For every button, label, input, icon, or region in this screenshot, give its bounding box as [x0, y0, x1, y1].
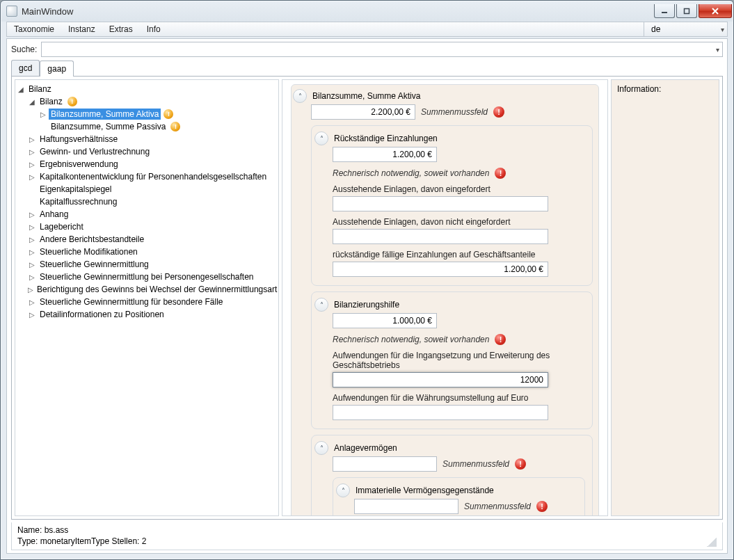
collapse-icon[interactable]: ▷ [28, 260, 36, 269]
error-icon: ! [536, 501, 548, 512]
language-value: de [651, 24, 660, 34]
search-combo[interactable]: ▾ [41, 42, 723, 57]
waehrungsumstellung-input[interactable] [333, 405, 548, 420]
window-title: MainWindow [22, 6, 653, 17]
titlebar: MainWindow [1, 1, 733, 22]
group-bilanzierungshilfe: ˄ Bilanzierungshilfe Rechnerisch notwend… [311, 291, 593, 429]
statusbar: Name: bs.ass Type: monetaryItemType Stel… [11, 522, 723, 550]
warning-badge-icon: ! [163, 109, 173, 119]
tree-item[interactable]: ▷Kapitalkontenentwicklung für Personenha… [28, 170, 277, 183]
immaterielle-value-input[interactable] [354, 499, 458, 514]
faellige-einzahlungen-input[interactable] [333, 262, 548, 277]
collapse-icon[interactable]: ▷ [28, 235, 36, 243]
tree-item[interactable]: ▷Steuerliche Gewinnermittlung [28, 258, 277, 271]
menu-taxonomie[interactable]: Taxonomie [7, 22, 61, 36]
menu-extras[interactable]: Extras [102, 22, 140, 36]
collapse-icon[interactable]: ▷ [28, 248, 36, 256]
tabstrip: gcd gaap [7, 60, 727, 76]
collapse-icon[interactable]: ▷ [28, 223, 36, 231]
collapse-toggle[interactable]: ˄ [336, 483, 350, 497]
error-icon: ! [493, 106, 504, 118]
tab-gaap[interactable]: gaap [40, 61, 74, 77]
group-title: Bilanzierungshilfe [334, 300, 399, 310]
collapse-icon[interactable]: ▷ [28, 310, 36, 319]
group-aktiva: ˄ Bilanzsumme, Summe Aktiva Summenmussfe… [291, 84, 599, 515]
chevron-down-icon: ▾ [716, 46, 719, 54]
expand-icon[interactable]: ◢ [17, 85, 25, 93]
tree-item[interactable]: ▷Anhang [28, 208, 277, 221]
aktiva-value-input[interactable] [311, 104, 415, 120]
tree-item-passiva[interactable]: ▷ Bilanzsumme, Summe Passiva ! [39, 120, 277, 133]
tree-item[interactable]: ▷Steuerliche Modifikationen [28, 246, 277, 258]
language-select[interactable]: de ▾ [644, 22, 727, 36]
maximize-button[interactable] [676, 4, 697, 18]
tree-item[interactable]: ▷Steuerliche Gewinnermittlung für besond… [28, 296, 277, 308]
bilhilfe-value-input[interactable] [333, 313, 437, 328]
menubar: Taxonomie Instanz Extras Info de ▾ [6, 22, 728, 37]
collapse-toggle[interactable]: ˄ [314, 298, 328, 312]
field-label: Ausstehende Einlagen, davon nicht eingef… [333, 217, 585, 227]
status-type: Type: monetaryItemType Stellen: 2 [17, 536, 146, 546]
tree-item[interactable]: ▷Steuerliche Gewinnermittlung bei Person… [28, 271, 277, 283]
menu-instanz[interactable]: Instanz [61, 22, 102, 36]
form-pane: ˄ Bilanzsumme, Summe Aktiva Summenmussfe… [282, 79, 608, 516]
tree-item[interactable]: ▷Andere Berichtsbestandteile [28, 233, 277, 246]
tree-item-bilanz[interactable]: ◢ Bilanz ! [28, 95, 277, 108]
collapse-icon[interactable]: ▷ [28, 285, 33, 294]
menu-info[interactable]: Info [140, 22, 168, 36]
content-area: Suche: ▾ gcd gaap ◢ Bilanz [6, 38, 728, 554]
collapse-icon[interactable]: ▷ [28, 173, 36, 181]
tree-item[interactable]: ▷Gewinn- und Verlustrechnung [28, 145, 277, 158]
collapse-toggle[interactable]: ˄ [314, 441, 328, 455]
minimize-button[interactable] [654, 4, 675, 18]
rueck-value-input[interactable] [333, 147, 437, 162]
collapse-icon[interactable]: ▷ [28, 298, 36, 306]
status-name: Name: bs.ass [17, 525, 146, 535]
collapse-icon[interactable]: ▷ [28, 210, 36, 218]
ausstehende-nicht-eingefordert-input[interactable] [333, 229, 548, 244]
field-note: Rechnerisch notwendig, soweit vorhanden [333, 335, 489, 344]
expand-icon[interactable]: ◢ [28, 97, 36, 106]
tree-item[interactable]: ▷Detailinformationen zu Positionen [28, 308, 277, 321]
resize-grip-icon[interactable] [707, 537, 717, 547]
group-title: Immaterielle Vermögensgegenstände [356, 486, 494, 495]
field-label: rückständige fällige Einzahlungen auf Ge… [333, 250, 585, 259]
field-note: Rechnerisch notwendig, soweit vorhanden [333, 168, 489, 178]
collapse-icon[interactable]: ▷ [28, 147, 36, 156]
field-note: Summenmussfeld [421, 107, 488, 117]
error-icon: ! [495, 168, 506, 179]
tree-item[interactable]: ▷Kapitalflussrechnung [28, 195, 277, 208]
collapse-icon[interactable]: ▷ [39, 110, 47, 118]
group-anlagevermoegen: ˄ Anlagevermögen Summenmussfeld ! ˄ [311, 435, 593, 515]
close-button[interactable] [699, 4, 732, 18]
tree-item[interactable]: ▷Haftungsverhältnisse [28, 133, 277, 145]
collapse-icon[interactable]: ▷ [28, 273, 36, 281]
form-scroll[interactable]: ˄ Bilanzsumme, Summe Aktiva Summenmussfe… [282, 80, 607, 515]
error-icon: ! [495, 334, 506, 345]
collapse-icon[interactable]: ▷ [28, 160, 36, 168]
anlage-value-input[interactable] [333, 456, 437, 472]
error-icon: ! [515, 458, 526, 470]
search-label: Suche: [11, 45, 37, 54]
tree-pane[interactable]: ◢ Bilanz ◢ Bilanz ! [15, 79, 279, 516]
field-label: Ausstehende Einlagen, davon eingefordert [333, 184, 585, 194]
field-note: Summenmussfeld [464, 502, 531, 511]
tab-gcd[interactable]: gcd [11, 60, 40, 76]
collapse-toggle[interactable]: ˄ [314, 131, 328, 145]
tree-item[interactable]: ▷Eigenkapitalspiegel [28, 183, 277, 195]
field-label: Aufwendungen für die Währungsumstellung … [333, 393, 585, 403]
tree-item[interactable]: ▷Lagebericht [28, 221, 277, 233]
svg-rect-1 [685, 8, 689, 13]
tree-item[interactable]: ▷Berichtigung des Gewinns bei Wechsel de… [28, 283, 277, 296]
warning-badge-icon: ! [67, 97, 77, 106]
tree-item-aktiva[interactable]: ▷ Bilanzsumme, Summe Aktiva ! [39, 108, 277, 120]
ausstehende-eingefordert-input[interactable] [333, 196, 548, 211]
chevron-down-icon: ▾ [665, 26, 724, 33]
tree-item[interactable]: ▷Ergebnisverwendung [28, 158, 277, 170]
ingangsetzung-input[interactable] [333, 372, 548, 387]
tree-item-bilanz-root[interactable]: ◢ Bilanz [17, 83, 277, 95]
collapse-toggle[interactable]: ˄ [293, 89, 307, 103]
info-header: Information: [617, 84, 713, 94]
collapse-icon[interactable]: ▷ [28, 135, 36, 143]
group-title: Rückständige Einzahlungen [334, 134, 438, 143]
